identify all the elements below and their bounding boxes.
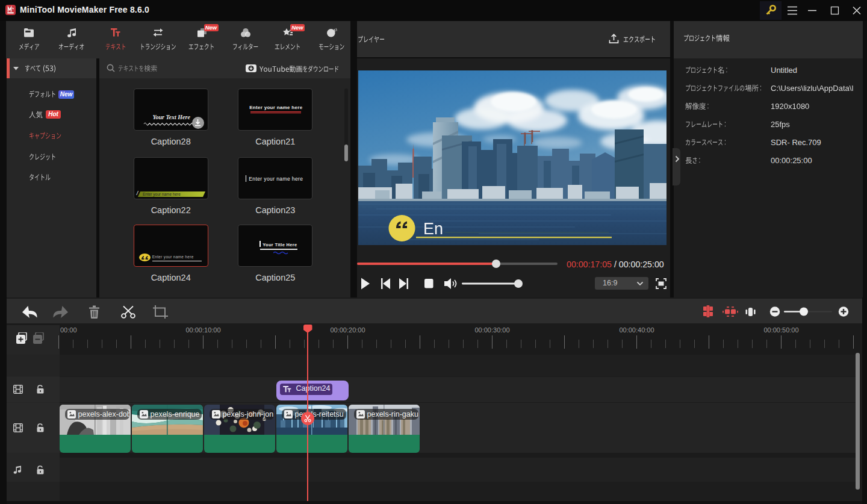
svg-text:Enter your name here: Enter your name here [143,192,181,197]
svg-text:En: En [423,220,443,238]
